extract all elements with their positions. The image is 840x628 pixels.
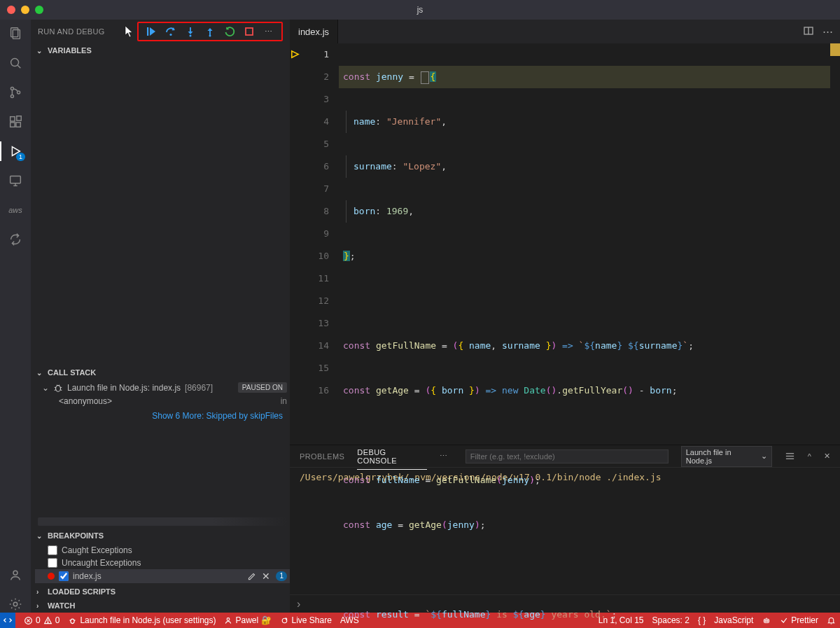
callstack-section-header[interactable]: ⌄ CALL STACK	[31, 365, 290, 379]
remote-button[interactable]	[0, 613, 15, 628]
window-controls	[7, 6, 43, 14]
step-out-button[interactable]	[204, 26, 216, 37]
callstack-label: CALL STACK	[48, 368, 96, 377]
active-breakpoint-icon[interactable]	[290, 49, 307, 71]
breakpoint-label: Caught Exceptions	[62, 545, 132, 555]
debug-cursor-icon	[421, 71, 429, 84]
minimap-highlight	[830, 43, 840, 56]
settings-gear-icon[interactable]	[7, 596, 24, 613]
line-number-gutter: 12345678910111213141516	[307, 43, 339, 445]
continue-button[interactable]	[146, 26, 157, 37]
svg-rect-9	[16, 123, 20, 127]
callstack-session-row[interactable]: ⌄ Launch file in Node.js: index.js [8696…	[35, 381, 290, 394]
account-status[interactable]: Pawel 🔐	[224, 615, 271, 625]
explorer-icon[interactable]	[7, 25, 24, 42]
breakpoint-checkbox[interactable]	[48, 558, 57, 568]
loaded-scripts-section-header[interactable]: › LOADED SCRIPTS	[31, 585, 290, 599]
svg-point-49	[227, 618, 230, 621]
run-debug-icon[interactable]: 1	[7, 143, 24, 160]
svg-point-25	[209, 35, 211, 37]
callstack-show-more[interactable]: Show 6 More: Skipped by skipFiles	[35, 408, 290, 424]
svg-rect-7	[10, 117, 15, 121]
tab-indexjs[interactable]: index.js	[290, 20, 338, 43]
svg-marker-18	[150, 27, 155, 36]
launch-config-status[interactable]: Launch file in Node.js (user settings)	[68, 615, 216, 625]
aws-icon[interactable]: aws	[7, 202, 24, 218]
tab-label: index.js	[298, 27, 329, 37]
debug-more-icon[interactable]: ⋯	[263, 26, 274, 37]
editor-tabs: index.js ⋯	[290, 20, 840, 43]
breakpoint-file-indexjs[interactable]: index.js ✕ 1	[35, 569, 290, 583]
svg-point-5	[10, 95, 13, 97]
callstack-state-badge: PAUSED ON	[238, 382, 287, 393]
share-icon[interactable]	[7, 231, 24, 248]
source-control-icon[interactable]	[7, 84, 24, 101]
code-token: "Jennifer"	[386, 116, 441, 127]
sidebar-scrollbar[interactable]	[38, 517, 287, 526]
svg-rect-8	[10, 123, 15, 127]
edit-breakpoint-icon[interactable]	[247, 572, 256, 581]
watch-label: WATCH	[48, 601, 76, 610]
debug-session-icon	[53, 383, 63, 393]
code-token: name	[354, 116, 375, 127]
step-over-button[interactable]	[165, 26, 176, 37]
debug-badge: 1	[16, 153, 25, 161]
breakpoints-body: Caught Exceptions Uncaught Exceptions in…	[31, 543, 290, 585]
split-editor-icon[interactable]	[803, 25, 814, 38]
restart-button[interactable]	[224, 26, 235, 37]
breakpoints-section-header[interactable]: ⌄ BREAKPOINTS	[31, 529, 290, 543]
warning-count: 0	[55, 615, 60, 625]
launch-config-text: Launch file in Node.js (user settings)	[80, 615, 216, 625]
search-icon[interactable]	[7, 55, 24, 71]
breakpoint-checkbox[interactable]	[48, 545, 57, 555]
liveshare-status[interactable]: Live Share	[280, 615, 332, 625]
code-token: surname	[354, 161, 392, 172]
close-window-icon[interactable]	[7, 6, 15, 14]
variables-section-header[interactable]: ⌄ VARIABLES	[31, 43, 290, 57]
breakpoint-uncaught-exceptions[interactable]: Uncaught Exceptions	[35, 557, 290, 569]
breakpoint-checkbox[interactable]	[59, 571, 69, 581]
remove-breakpoint-icon[interactable]: ✕	[262, 571, 270, 582]
sidebar-run-debug: RUN AND DEBUG ⋯ ⌄ VARIABLES ⌄ CALL STACK	[31, 20, 290, 613]
svg-point-19	[169, 34, 172, 36]
chevron-right-icon: ›	[297, 598, 300, 610]
editor-area: index.js ⋯ 12345678910111213141516 const…	[290, 20, 840, 613]
editor-more-icon[interactable]: ⋯	[822, 25, 833, 38]
tab-problems[interactable]: PROBLEMS	[300, 452, 344, 461]
breakpoint-dot-icon	[48, 573, 55, 580]
svg-marker-36	[292, 51, 298, 57]
maximize-window-icon[interactable]	[35, 6, 43, 14]
svg-line-47	[70, 620, 71, 620]
svg-line-48	[74, 620, 76, 620]
window-title: js	[417, 5, 424, 15]
problems-status[interactable]: 0 0	[24, 615, 59, 625]
svg-rect-12	[10, 176, 21, 183]
minimap[interactable]	[830, 43, 840, 445]
chevron-down-icon: ⌄	[36, 532, 45, 540]
minimize-window-icon[interactable]	[21, 6, 29, 14]
code-editor[interactable]: 12345678910111213141516 const jenny = { …	[290, 43, 840, 445]
callstack-frame[interactable]: <anonymous> in	[35, 394, 290, 408]
breakpoint-gutter[interactable]	[290, 43, 307, 445]
code-token: "Lopez"	[402, 161, 441, 172]
extensions-icon[interactable]	[7, 113, 24, 130]
chevron-down-icon: ⌄	[42, 383, 49, 393]
step-into-button[interactable]	[185, 26, 196, 37]
titlebar: js	[0, 0, 840, 20]
activity-bar: 1 aws	[0, 20, 31, 613]
code-token: born	[354, 206, 375, 216]
remote-explorer-icon[interactable]	[7, 172, 24, 189]
svg-point-2	[11, 59, 19, 67]
code-content[interactable]: const jenny = { name: "Jennifer", surnam…	[339, 43, 840, 445]
svg-point-6	[18, 91, 20, 94]
svg-point-45	[48, 622, 48, 622]
callstack-pid: [86967]	[185, 383, 213, 393]
liveshare-text: Live Share	[292, 615, 332, 625]
accounts-icon[interactable]	[7, 566, 24, 583]
breakpoint-caught-exceptions[interactable]: Caught Exceptions	[35, 544, 290, 557]
watch-section-header[interactable]: › WATCH	[31, 599, 290, 613]
stop-button[interactable]	[244, 26, 255, 37]
svg-point-15	[13, 571, 18, 575]
svg-marker-24	[208, 28, 213, 31]
callstack-more-link[interactable]: Show 6 More: Skipped by skipFiles	[152, 411, 283, 421]
